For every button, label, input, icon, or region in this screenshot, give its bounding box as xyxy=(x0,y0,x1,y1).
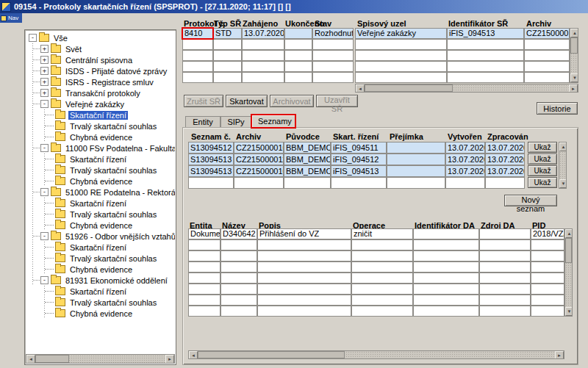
expand-icon[interactable]: + xyxy=(40,45,49,53)
tree-item-svet[interactable]: + Svět xyxy=(26,43,175,54)
show-list-button[interactable]: Ukaž xyxy=(528,177,557,188)
empty-field[interactable] xyxy=(312,39,354,50)
seznam-number-field[interactable]: S13094513 xyxy=(188,154,234,165)
show-list-button[interactable]: Ukaž xyxy=(528,165,557,176)
entity-row-empty[interactable] xyxy=(188,306,564,317)
empty-field[interactable] xyxy=(234,177,284,189)
tree-item-chybna-evidence[interactable]: Chybná evidence xyxy=(26,131,175,142)
protocol-node-field[interactable]: Veřejné zakázky xyxy=(355,28,447,39)
entity-type-field[interactable]: Dokument xyxy=(188,228,220,239)
tree-horizontal-scrollbar[interactable]: ◄ ► xyxy=(26,354,175,364)
protocol-archive-field[interactable]: CZ215000010 xyxy=(524,28,570,39)
scroll-up-icon[interactable]: ▲ xyxy=(570,29,578,37)
tree-item-trvaly-souhlas[interactable]: Trvalý skartační souhlas xyxy=(26,120,175,131)
collapse-icon[interactable]: - xyxy=(40,232,49,240)
entity-row-empty[interactable] xyxy=(188,250,564,261)
entity-vscroll-thumb[interactable] xyxy=(565,238,572,263)
empty-field[interactable] xyxy=(182,50,213,61)
protocol-row-empty[interactable] xyxy=(182,61,570,72)
protocol-horizontal-scrollbar[interactable]: ◄ ► xyxy=(355,84,578,93)
tree-item-trvaly-souhlas[interactable]: Trvalý skartační souhlas xyxy=(26,297,175,308)
empty-field[interactable] xyxy=(220,273,257,284)
seznam-archive-field[interactable]: CZ215000010 xyxy=(234,165,284,177)
scroll-left-icon[interactable]: ◄ xyxy=(26,355,35,364)
empty-field[interactable] xyxy=(331,177,387,189)
empty-field[interactable] xyxy=(479,306,531,317)
empty-field[interactable] xyxy=(531,239,564,250)
empty-field[interactable] xyxy=(355,72,447,83)
collapse-icon[interactable]: - xyxy=(40,100,49,108)
empty-field[interactable] xyxy=(220,250,257,261)
entity-name-field[interactable]: D340642 xyxy=(220,228,257,239)
seznam-processed-field[interactable]: 13.07.2020 xyxy=(485,154,525,165)
empty-field[interactable] xyxy=(188,261,220,273)
empty-field[interactable] xyxy=(182,39,213,50)
entity-hscroll-track[interactable] xyxy=(198,351,555,358)
tree-item-51926-odbor[interactable]: - 51926 - Odbor vnějších vztahů xyxy=(26,231,175,242)
empty-field[interactable] xyxy=(413,295,479,306)
entity-da-identifier-field[interactable] xyxy=(413,228,479,239)
empty-field[interactable] xyxy=(413,250,479,261)
seznam-number-field[interactable]: S13094513 xyxy=(188,165,234,177)
entity-row-empty[interactable] xyxy=(188,239,564,250)
empty-field[interactable] xyxy=(413,273,479,284)
scroll-down-icon[interactable]: ▼ xyxy=(565,307,573,316)
empty-field[interactable] xyxy=(413,284,479,295)
empty-field[interactable] xyxy=(188,295,220,306)
empty-field[interactable] xyxy=(387,177,445,189)
entity-row-empty[interactable] xyxy=(188,284,564,295)
protocol-hscroll-track[interactable] xyxy=(365,84,569,92)
tree-item-skartacni-rizeni[interactable]: Skartační řízení xyxy=(26,198,175,209)
empty-field[interactable] xyxy=(447,50,524,61)
seznam-originator-field[interactable]: BBM_DEMO xyxy=(284,154,331,165)
tree-item-centralni-spisovna[interactable]: + Centrální spisovna xyxy=(26,54,175,65)
empty-field[interactable] xyxy=(351,261,413,273)
tree-item-verejne-zakazky[interactable]: - Veřejné zakázky xyxy=(26,98,175,109)
entity-row-empty[interactable] xyxy=(188,261,564,273)
cancel-procedure-button[interactable]: Zrušit SŘ xyxy=(184,95,223,107)
empty-field[interactable] xyxy=(182,72,213,83)
empty-field[interactable] xyxy=(213,61,242,72)
seznam-transfer-field[interactable] xyxy=(387,142,445,154)
seznam-originator-field[interactable]: BBM_DEMO xyxy=(284,142,331,154)
empty-field[interactable] xyxy=(479,250,531,261)
entity-hscroll-thumb[interactable] xyxy=(198,351,345,358)
scroll-down-icon[interactable]: ▼ xyxy=(570,73,578,82)
entity-vscroll-track[interactable] xyxy=(565,238,572,307)
empty-field[interactable] xyxy=(284,61,312,72)
seznam-archive-field[interactable]: CZ215000010 xyxy=(234,142,284,154)
entity-row[interactable]: Dokument D340642 Přihlášení do VZ zničit… xyxy=(188,228,564,239)
shred-button[interactable]: Skartovat xyxy=(226,95,268,107)
empty-field[interactable] xyxy=(312,72,354,83)
seznam-archive-field[interactable]: CZ215000011 xyxy=(234,154,284,165)
seznam-processed-field[interactable]: 13.07.2020 xyxy=(485,165,525,177)
seznam-vertical-scrollbar[interactable]: ▲ ▼ xyxy=(559,142,567,189)
entity-operation-field[interactable]: zničit xyxy=(351,228,413,239)
tree-item-chybna-evidence[interactable]: Chybná evidence xyxy=(26,308,175,319)
protocol-vscroll-thumb[interactable] xyxy=(570,37,578,54)
protocol-hscroll-thumb[interactable] xyxy=(365,84,453,92)
empty-field[interactable] xyxy=(188,306,220,317)
empty-field[interactable] xyxy=(213,50,242,61)
empty-field[interactable] xyxy=(188,177,234,189)
seznam-row[interactable]: S13094512 CZ215000010 BBM_DEMO iFIS_0945… xyxy=(188,142,557,154)
protocol-row-empty[interactable] xyxy=(182,39,570,50)
tab-entity[interactable]: Entity xyxy=(185,116,220,127)
entity-description-field[interactable]: Přihlášení do VZ xyxy=(257,228,351,239)
seznam-row-empty[interactable]: Ukaž xyxy=(188,177,557,189)
empty-field[interactable] xyxy=(413,306,479,317)
entity-horizontal-scrollbar[interactable]: ◄ ► xyxy=(188,350,564,359)
scroll-down-icon[interactable]: ▼ xyxy=(559,179,567,188)
empty-field[interactable] xyxy=(257,239,351,250)
empty-field[interactable] xyxy=(213,39,242,50)
seznam-vscroll-track[interactable] xyxy=(559,151,566,179)
empty-field[interactable] xyxy=(531,273,564,284)
tree-item-skartacni-rizeni[interactable]: Skartační řízení xyxy=(26,286,175,297)
scroll-up-icon[interactable]: ▲ xyxy=(559,142,567,151)
empty-field[interactable] xyxy=(284,72,312,83)
empty-field[interactable] xyxy=(355,39,447,50)
empty-field[interactable] xyxy=(355,61,447,72)
empty-field[interactable] xyxy=(312,50,354,61)
entity-pid-field[interactable]: 2018/VZ/0 xyxy=(531,228,564,239)
empty-field[interactable] xyxy=(188,250,220,261)
